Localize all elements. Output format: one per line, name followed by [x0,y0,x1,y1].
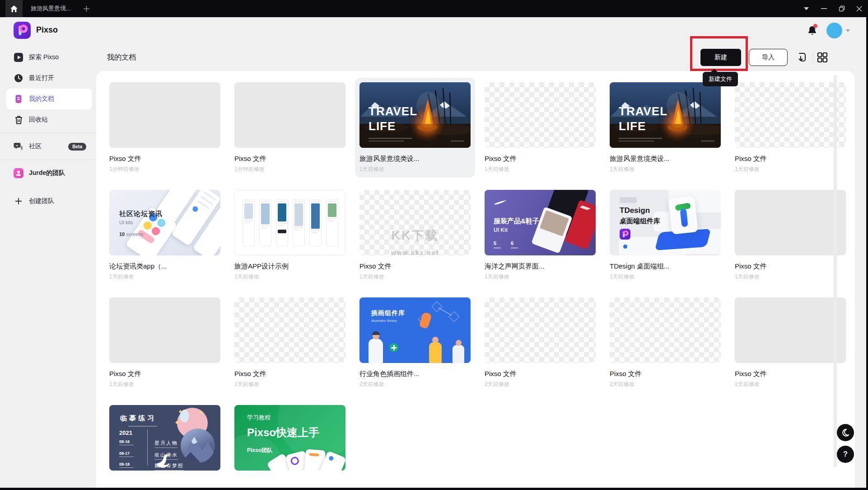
theme-toggle-button[interactable] [837,424,854,441]
file-modified-time: 1天前修改 [234,381,345,388]
file-card[interactable]: Pixso 文件2天前修改 [610,297,721,388]
file-card[interactable]: TDesign桌面端组件库 TDesign 桌面端组...1天前修改 [610,190,721,281]
file-card[interactable]: KK下载www.kkx.netPixso 文件1天前修改 [359,190,471,281]
window-bottom-border [0,488,868,490]
account-menu-caret-icon[interactable] [846,29,850,32]
new-file-button-label: 新建 [714,53,727,61]
team-avatar-icon [14,168,23,178]
sidebar-item-trash[interactable]: 回收站 [6,109,92,130]
file-card[interactable]: Pixso 文件1分钟前修改 [234,82,345,173]
file-card[interactable]: 社区论坛资讯UI kits10 screens论坛资讯类app（...1天前修改 [109,190,220,281]
file-name: Pixso 文件 [485,370,596,378]
phone-line [261,225,270,226]
file-card[interactable]: 旅游APP设计示例1天前修改 [234,190,345,281]
home-tab-button[interactable] [5,0,23,17]
travel-title-line: LIFE [619,119,667,134]
figure-orange-body [419,312,432,330]
fan-bar [309,453,319,457]
phone-image [244,203,253,219]
window-minimize-button[interactable] [815,0,833,17]
help-button[interactable]: ? [837,446,854,463]
file-card[interactable]: Pixso 文件1天前修改 [735,82,846,173]
window-controls [798,0,868,17]
ocean-title-text: 服装产品&鞋子 [494,217,539,226]
new-file-button[interactable]: 新建 [700,49,741,66]
copywork-entry-date: 08-16 [119,439,134,445]
window-menu-button[interactable] [798,0,815,17]
question-mark-icon: ? [843,450,848,458]
file-name: 论坛资讯类app（... [109,262,220,271]
caption-bar [369,141,404,141]
file-name: Pixso 文件 [735,370,846,378]
file-thumbnail [485,297,596,363]
sidebar-item-label: 回收站 [29,116,48,124]
file-card[interactable]: TRAVELLIFE旅游风景意境类设...1天前修改 [355,78,475,178]
import-button[interactable]: 导入 [749,49,788,66]
grid-view-icon[interactable] [817,52,828,63]
home-icon [10,5,18,12]
file-card[interactable]: 插画组件库Illustrator library行业角色插画组件...2天前修改 [359,297,471,388]
watermark-logo-text: KK下载 [359,227,471,244]
phone-line [261,227,267,229]
copywork-divider [147,429,148,466]
window-titlebar: 旅游风景意境... [0,0,868,17]
sidebar-item-explore[interactable]: 探索 Pixso [6,47,92,68]
version-badge [620,197,637,203]
plus-icon [14,197,23,205]
travel-title-line: LIFE [369,119,417,134]
file-modified-time: 2天前修改 [735,381,846,388]
new-tab-button[interactable] [84,6,89,12]
file-card[interactable]: Pixso 文件2天前修改 [485,297,596,388]
window-close-button[interactable] [850,0,868,17]
file-card[interactable]: Pixso 文件1天前修改 [109,297,220,388]
phone-line [244,222,251,223]
file-card[interactable]: 学习教程Pixso快速上手Pixso团队 [234,405,345,471]
file-thumbnail: TRAVELLIFE [610,82,721,148]
sidebar-item-recent[interactable]: 最近打开 [6,68,92,89]
file-card[interactable]: Pixso 文件1天前修改 [735,190,846,281]
nike-swoosh-icon [494,200,507,205]
ocean-stat-label [511,247,518,249]
file-card[interactable]: Pixso 文件1天前修改 [485,82,596,173]
file-modified-time: 1分钟前修改 [109,165,220,173]
moon-icon [841,429,849,437]
file-name: Pixso 文件 [109,370,220,378]
file-thumbnail: 服装产品&鞋子UI Kit56 [485,190,596,255]
sidebar-item-label: 最近打开 [29,74,54,82]
t-card-art [668,196,698,235]
scrollbar-thumb[interactable] [834,75,837,467]
phone-screen [276,199,288,246]
sidebar-item-community[interactable]: 社区 Beta [6,136,92,157]
user-avatar[interactable] [826,23,842,38]
window-restore-button[interactable] [833,0,850,17]
file-card[interactable]: TRAVELLIFE旅游风景意境类设...1天前修改 [610,82,721,173]
phone-line [328,201,336,202]
color-dot [156,217,167,229]
file-name: 行业角色插画组件... [359,370,471,378]
fan-dot [290,456,300,466]
file-name: 旅游APP设计示例 [234,262,345,271]
phone-line [328,220,334,221]
file-card[interactable]: 服装产品&鞋子UI Kit56海洋之声网页界面...1天前修改 [485,190,596,281]
sidebar-item-label: 我的文档 [29,95,54,103]
sidebar-item-create-team[interactable]: 创建团队 [6,191,92,212]
file-card[interactable]: 临摹练习202108-16星月人物08-17依山傍水08-18鹅也有梦想 [109,405,220,471]
copywork-title-text: 临摹练习 [120,414,156,423]
file-thumbnail: 插画组件库Illustrator library [359,297,471,363]
sidebar-item-my-documents[interactable]: 我的文档 [6,89,92,109]
phone-line [278,222,286,224]
copywork-caption-bar [128,426,157,427]
active-tab-title[interactable]: 旅游风景意境... [31,5,71,13]
file-thumbnail [735,297,846,363]
notification-dot [813,24,817,28]
tutorial-author-text: Pixso团队 [247,447,272,454]
file-card[interactable]: Pixso 文件1天前修改 [234,297,345,388]
file-modified-time: 1天前修改 [485,273,596,281]
import-to-desktop-icon[interactable] [796,52,807,63]
sidebar-item-team-jurde[interactable]: Jurde的团队 [6,163,92,184]
file-card[interactable]: Pixso 文件2天前修改 [735,297,846,388]
sidebar-item-label: Jurde的团队 [29,169,65,177]
file-card[interactable]: Pixso 文件1分钟前修改 [109,82,220,173]
phone-image [311,203,320,229]
sidebar-item-label: 探索 Pixso [29,53,59,61]
